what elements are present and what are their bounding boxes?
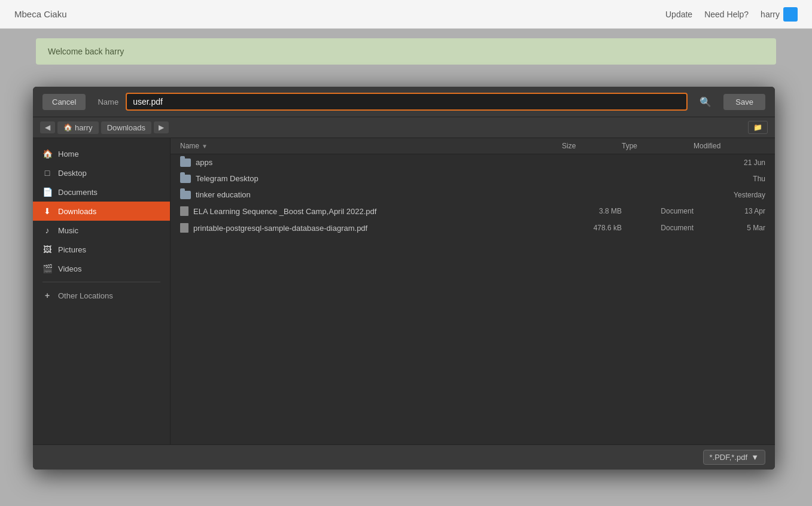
- plus-icon: +: [42, 291, 52, 300]
- pdf-icon: [180, 206, 188, 216]
- sidebar-item-music[interactable]: ♪ Music: [33, 221, 170, 240]
- breadcrumb-bar: ◀ 🏠 harry Downloads ▶ 📁: [33, 117, 775, 138]
- table-row[interactable]: ELA Learning Sequence _Boost Camp,April …: [171, 203, 775, 220]
- sidebar-item-videos[interactable]: 🎬 Videos: [33, 259, 170, 278]
- top-bar: Mbeca Ciaku Update Need Help? harry: [0, 0, 812, 29]
- file-name: tinker education: [196, 190, 251, 199]
- sidebar-videos-label: Videos: [58, 264, 82, 273]
- file-name-cell: apps: [180, 158, 562, 167]
- sidebar-item-desktop[interactable]: □ Desktop: [33, 163, 170, 182]
- name-label: Name: [98, 97, 118, 106]
- user-avatar: [783, 7, 798, 22]
- folder-icon: [180, 191, 191, 199]
- file-name-cell: tinker education: [180, 190, 562, 199]
- home-icon: 🏠: [42, 149, 52, 158]
- sort-arrow: ▼: [202, 143, 208, 150]
- filename-input[interactable]: [126, 93, 688, 111]
- table-row[interactable]: Telegram Desktop Thu: [171, 170, 775, 187]
- sidebar-pictures-label: Pictures: [58, 245, 86, 254]
- sidebar-desktop-label: Desktop: [58, 169, 87, 178]
- videos-icon: 🎬: [42, 264, 52, 273]
- breadcrumb-current[interactable]: Downloads: [101, 121, 151, 134]
- folder-icon: [180, 158, 191, 167]
- file-name: printable-postgresql-sample-database-dia…: [193, 224, 367, 233]
- file-modified: Thu: [694, 175, 765, 183]
- documents-icon: 📄: [42, 187, 52, 197]
- home-icon: 🏠: [63, 123, 72, 132]
- breadcrumb-home[interactable]: 🏠 harry: [57, 121, 99, 134]
- welcome-banner: Welcome back harry: [36, 38, 776, 65]
- file-modified: 13 Apr: [694, 207, 765, 215]
- file-name: apps: [196, 158, 212, 167]
- content-area: 🏠 Home □ Desktop 📄 Documents ⬇ Downloads…: [33, 138, 775, 444]
- file-name-cell: Telegram Desktop: [180, 174, 562, 183]
- pictures-icon: 🖼: [42, 245, 52, 254]
- file-size: 3.8 MB: [562, 207, 622, 215]
- username-label: harry: [761, 10, 780, 19]
- table-row[interactable]: tinker education Yesterday: [171, 187, 775, 203]
- file-modified: 21 Jun: [694, 158, 765, 167]
- cancel-button[interactable]: Cancel: [42, 94, 86, 110]
- dropdown-arrow: ▼: [751, 453, 759, 462]
- sidebar-documents-label: Documents: [58, 188, 98, 197]
- file-modified: 5 Mar: [694, 224, 765, 232]
- sidebar-divider: [42, 282, 160, 282]
- pdf-icon: [180, 223, 188, 233]
- header-size[interactable]: Size: [562, 142, 622, 150]
- file-dialog: Cancel Name 🔍 Save ◀ 🏠 harry Downloads ▶…: [33, 87, 775, 470]
- music-icon: ♪: [42, 225, 52, 235]
- dialog-footer: *.PDF,*.pdf ▼: [33, 444, 775, 470]
- sidebar-item-home[interactable]: 🏠 Home: [33, 144, 170, 163]
- sidebar-item-other-locations[interactable]: + Other Locations: [33, 286, 170, 305]
- new-folder-button[interactable]: 📁: [748, 121, 768, 134]
- file-name-cell: printable-postgresql-sample-database-dia…: [180, 223, 562, 233]
- file-size: 478.6 kB: [562, 224, 622, 232]
- filter-dropdown[interactable]: *.PDF,*.pdf ▼: [703, 450, 765, 465]
- file-name-cell: ELA Learning Sequence _Boost Camp,April …: [180, 206, 562, 216]
- other-locations-label: Other Locations: [58, 291, 113, 300]
- table-row[interactable]: apps 21 Jun: [171, 154, 775, 170]
- header-type[interactable]: Type: [622, 142, 694, 150]
- sidebar-downloads-label: Downloads: [58, 207, 96, 216]
- file-type: Document: [622, 224, 694, 232]
- file-list-header: Name ▼ Size Type Modified: [171, 138, 775, 154]
- file-name: Telegram Desktop: [196, 174, 258, 183]
- help-link[interactable]: Need Help?: [704, 10, 749, 19]
- header-name[interactable]: Name ▼: [180, 142, 562, 150]
- sidebar: 🏠 Home □ Desktop 📄 Documents ⬇ Downloads…: [33, 138, 171, 444]
- sidebar-item-downloads[interactable]: ⬇ Downloads: [33, 202, 170, 221]
- search-button[interactable]: 🔍: [695, 94, 716, 110]
- user-menu[interactable]: harry: [761, 7, 798, 22]
- welcome-text: Welcome back harry: [48, 47, 124, 56]
- filter-label: *.PDF,*.pdf: [710, 453, 748, 462]
- app-title: Mbeca Ciaku: [14, 9, 67, 19]
- dialog-header: Cancel Name 🔍 Save: [33, 87, 775, 117]
- file-type: Document: [622, 207, 694, 215]
- sidebar-home-label: Home: [58, 150, 79, 158]
- file-list-area: Name ▼ Size Type Modified apps 21 Jun: [171, 138, 775, 444]
- header-modified[interactable]: Modified: [694, 142, 765, 150]
- breadcrumb-home-label: harry: [75, 123, 93, 132]
- update-link[interactable]: Update: [665, 10, 692, 19]
- sidebar-item-documents[interactable]: 📄 Documents: [33, 182, 170, 202]
- sidebar-item-pictures[interactable]: 🖼 Pictures: [33, 240, 170, 259]
- downloads-icon: ⬇: [42, 206, 52, 216]
- save-button[interactable]: Save: [723, 94, 765, 110]
- file-modified: Yesterday: [694, 191, 765, 199]
- back-button[interactable]: ◀: [40, 121, 55, 133]
- sidebar-music-label: Music: [58, 226, 78, 235]
- table-row[interactable]: printable-postgresql-sample-database-dia…: [171, 220, 775, 236]
- folder-icon: [180, 175, 191, 183]
- forward-button[interactable]: ▶: [154, 121, 169, 133]
- top-nav: Update Need Help? harry: [665, 7, 798, 22]
- desktop-icon: □: [42, 168, 52, 178]
- file-name: ELA Learning Sequence _Boost Camp,April …: [193, 207, 376, 216]
